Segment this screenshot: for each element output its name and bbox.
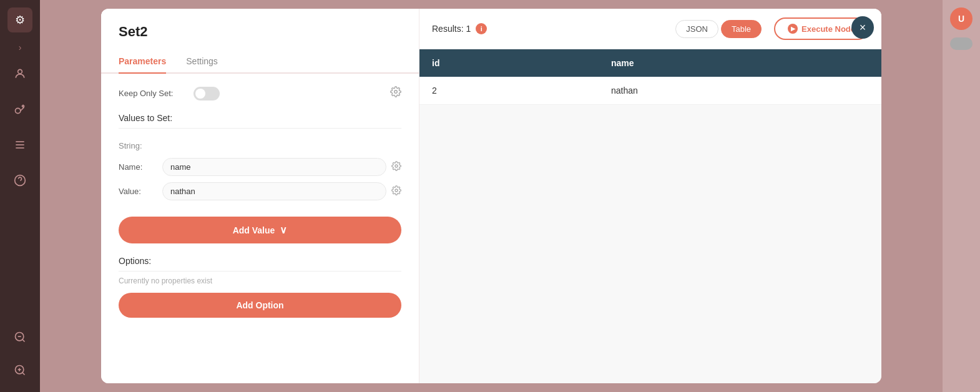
svg-line-7	[22, 340, 25, 342]
results-header: Results: 1 i JSON Table ▶ Execute Node	[419, 9, 881, 49]
tab-settings[interactable]: Settings	[186, 50, 218, 72]
options-label: Options:	[119, 256, 401, 272]
add-value-button[interactable]: Add Value ∨	[119, 217, 401, 243]
value-row: Value:	[119, 182, 401, 200]
keep-only-set-gear-icon[interactable]	[390, 86, 401, 100]
values-to-set-label: Values to Set:	[119, 113, 401, 129]
svg-point-1	[16, 108, 21, 113]
cell-id: 2	[419, 77, 599, 105]
chevron-down-icon: ∨	[280, 224, 287, 236]
play-icon: ▶	[788, 24, 798, 34]
tab-parameters[interactable]: Parameters	[119, 50, 166, 72]
options-section: Options: Currently no properties exist A…	[119, 256, 401, 318]
table-header-row: id name	[419, 49, 881, 77]
sidebar-item-list[interactable]	[9, 134, 31, 159]
name-input[interactable]	[162, 158, 386, 176]
column-name: name	[599, 49, 881, 77]
add-option-button[interactable]: Add Option	[119, 293, 401, 318]
name-row: Name:	[119, 158, 401, 176]
modal: × Set2 Parameters Settings Keep Only Set…	[101, 9, 881, 383]
value-field-label: Value:	[119, 187, 162, 196]
avatar: U	[950, 7, 973, 30]
sidebar-item-key[interactable]	[9, 98, 31, 124]
values-sub-section: String: Name: Value:	[119, 134, 401, 212]
json-view-button[interactable]: JSON	[675, 20, 718, 38]
left-panel: Set2 Parameters Settings Keep Only Set: …	[101, 9, 419, 383]
keep-only-set-row: Keep Only Set:	[119, 86, 401, 100]
execute-label: Execute Node	[801, 24, 855, 34]
right-toggle[interactable]	[950, 37, 973, 50]
right-panel: U	[943, 0, 980, 392]
results-table: id name 2 nathan	[419, 49, 881, 383]
value-gear-icon[interactable]	[391, 185, 401, 198]
sidebar: ⚙ ›	[0, 0, 40, 392]
zoom-in-button[interactable]	[9, 359, 31, 385]
info-icon: i	[476, 23, 487, 34]
svg-point-15	[395, 189, 398, 192]
name-gear-icon[interactable]	[391, 161, 401, 174]
keep-only-set-label: Keep Only Set:	[119, 89, 194, 98]
panel-header: Set2 Parameters Settings	[101, 9, 419, 74]
value-input[interactable]	[162, 182, 386, 200]
panel-title: Set2	[119, 24, 401, 40]
sidebar-bottom	[9, 326, 31, 385]
results-count: Results: 1	[432, 24, 471, 34]
svg-line-10	[22, 373, 25, 375]
name-field-label: Name:	[119, 162, 162, 172]
sidebar-item-users[interactable]	[9, 62, 31, 88]
svg-point-0	[18, 69, 22, 74]
svg-point-13	[394, 91, 398, 94]
results-panel: Results: 1 i JSON Table ▶ Execute Node i…	[419, 9, 881, 383]
data-table: id name 2 nathan	[419, 49, 881, 105]
panel-body: Keep Only Set: Values to Set: String: Na…	[101, 74, 419, 383]
cell-name: nathan	[599, 77, 881, 105]
table-view-button[interactable]: Table	[721, 20, 762, 38]
sidebar-logo: ⚙	[7, 7, 32, 32]
table-row: 2 nathan	[419, 77, 881, 105]
svg-point-14	[395, 165, 398, 167]
tabs: Parameters Settings	[101, 50, 419, 74]
no-properties-text: Currently no properties exist	[119, 277, 401, 285]
logo-icon: ⚙	[15, 13, 25, 27]
close-button[interactable]: ×	[851, 16, 874, 39]
view-toggle: JSON Table	[675, 20, 762, 38]
sidebar-item-help[interactable]	[9, 169, 31, 195]
column-id: id	[419, 49, 599, 77]
zoom-out-button[interactable]	[9, 326, 31, 351]
modal-overlay: × Set2 Parameters Settings Keep Only Set…	[40, 0, 943, 392]
string-label: String:	[119, 141, 401, 150]
add-value-label: Add Value	[233, 225, 275, 235]
keep-only-set-toggle[interactable]	[194, 87, 220, 100]
sidebar-collapse-button[interactable]: ›	[19, 42, 22, 52]
